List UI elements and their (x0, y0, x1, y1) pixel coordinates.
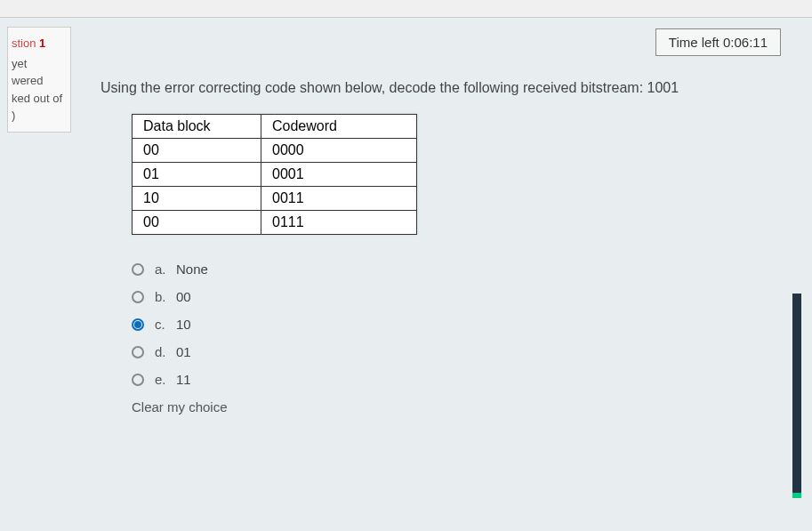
option-text: 00 (176, 289, 191, 304)
cell-codeword: 0000 (261, 139, 417, 163)
cell-datablock: 01 (133, 163, 261, 187)
code-table: Data block Codeword 00 0000 01 0001 10 0… (132, 114, 417, 235)
question-main-area: Time left 0:06:11 Using the error correc… (78, 18, 812, 531)
radio-icon[interactable] (132, 263, 144, 276)
option-letter: b. (155, 289, 176, 304)
clear-choice-link[interactable]: Clear my choice (132, 399, 785, 414)
header-data-block: Data block (133, 115, 261, 139)
option-letter: c. (155, 317, 176, 332)
status-fragment-2: wered (12, 72, 67, 90)
table-row: 00 0111 (133, 211, 417, 235)
option-b[interactable]: b. 00 (132, 289, 785, 304)
marked-fragment: ked out of (12, 90, 67, 108)
question-number-line: stion 1 (12, 35, 67, 52)
option-a[interactable]: a. None (132, 261, 785, 277)
question-nav-sidebar: stion 1 yet wered ked out of ) (0, 18, 78, 531)
answer-options: a. None b. 00 c. 10 d. 01 e. 11 (132, 261, 785, 387)
question-text: Using the error correcting code shown be… (100, 80, 785, 96)
cell-codeword: 0111 (261, 211, 417, 235)
cell-codeword: 0011 (261, 187, 417, 211)
radio-icon[interactable] (132, 346, 144, 358)
cell-datablock: 10 (133, 187, 261, 211)
cell-codeword: 0001 (261, 163, 417, 187)
option-letter: e. (155, 372, 176, 387)
main-container: stion 1 yet wered ked out of ) Time left… (0, 18, 812, 531)
option-d[interactable]: d. 01 (132, 344, 785, 359)
option-letter: a. (155, 261, 176, 277)
window-top-bar (0, 0, 812, 18)
question-number: 1 (39, 36, 45, 50)
table-row: 01 0001 (133, 163, 417, 187)
cell-datablock: 00 (133, 139, 261, 163)
option-text: 10 (176, 317, 191, 332)
option-e[interactable]: e. 11 (132, 372, 785, 387)
score-fragment: ) (12, 107, 67, 125)
table-header-row: Data block Codeword (133, 115, 417, 139)
option-letter: d. (155, 344, 176, 359)
question-label-fragment: stion (12, 36, 39, 50)
cell-datablock: 00 (133, 211, 261, 235)
timer-display: Time left 0:06:11 (655, 28, 781, 56)
header-codeword: Codeword (261, 115, 417, 139)
option-c[interactable]: c. 10 (132, 317, 785, 332)
option-text: None (176, 261, 208, 277)
option-text: 11 (176, 372, 191, 387)
option-text: 01 (176, 344, 191, 359)
table-row: 10 0011 (133, 187, 417, 211)
radio-icon[interactable] (132, 291, 144, 303)
question-info-box: stion 1 yet wered ked out of ) (7, 27, 71, 133)
code-table-wrap: Data block Codeword 00 0000 01 0001 10 0… (132, 114, 785, 235)
radio-icon[interactable] (132, 318, 144, 331)
vertical-scrollbar[interactable] (792, 294, 801, 498)
status-fragment-1: yet (12, 55, 67, 73)
radio-icon[interactable] (132, 374, 144, 386)
table-row: 00 0000 (133, 139, 417, 163)
